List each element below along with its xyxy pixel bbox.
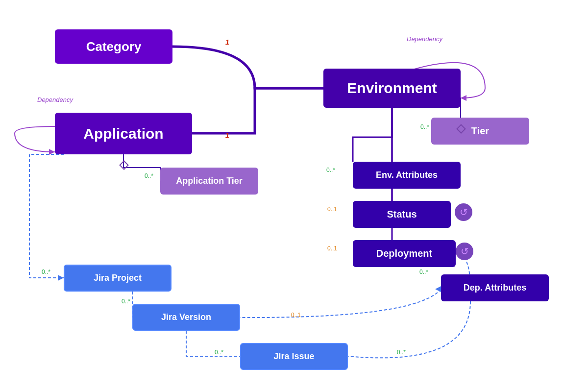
application-tier-node[interactable]: Application Tier [160, 168, 258, 195]
multiplicity-jira-project: 0..* [42, 269, 50, 275]
application-node[interactable]: Application [55, 113, 192, 154]
multiplicity-one-cat: 1 [225, 38, 229, 46]
dependency-label-env: Dependency [407, 35, 442, 43]
environment-label: Environment [347, 80, 437, 97]
dep-attributes-label: Dep. Attributes [464, 283, 526, 293]
category-label: Category [86, 39, 142, 54]
multiplicity-tier: 0..* [420, 123, 429, 130]
tier-label: Tier [471, 125, 489, 137]
multiplicity-jira-version-1: 0..* [122, 298, 130, 305]
multiplicity-env-attr: 0..* [326, 167, 335, 173]
jira-issue-label: Jira Issue [273, 351, 314, 362]
jira-issue-node[interactable]: Jira Issue [240, 343, 348, 370]
status-label: Status [387, 209, 416, 220]
deployment-history-icon[interactable]: ↺ [456, 243, 473, 260]
diamond-app-tier [119, 160, 129, 170]
status-node[interactable]: Status [353, 201, 451, 228]
deployment-label: Deployment [376, 248, 432, 259]
jira-version-label: Jira Version [161, 312, 211, 322]
status-history-icon[interactable]: ↺ [455, 203, 472, 221]
jira-project-label: Jira Project [94, 273, 142, 283]
jira-version-node[interactable]: Jira Version [132, 304, 240, 331]
category-node[interactable]: Category [55, 29, 172, 64]
multiplicity-deployment: 0..1 [327, 245, 337, 252]
jira-project-node[interactable]: Jira Project [64, 265, 172, 292]
application-label: Application [83, 125, 163, 142]
deployment-node[interactable]: Deployment [353, 240, 456, 267]
multiplicity-one-app: 1 [225, 131, 229, 139]
tier-node[interactable]: Tier [431, 118, 529, 145]
env-attributes-node[interactable]: Env. Attributes [353, 162, 461, 189]
dependency-label-app: Dependency [37, 96, 73, 103]
multiplicity-jira-issue-2: 0..* [397, 349, 406, 356]
multiplicity-status: 0..1 [327, 206, 337, 213]
multiplicity-jira-version-2: 0..1 [291, 312, 301, 318]
multiplicity-app-tier: 0..* [145, 172, 153, 179]
multiplicity-dep-attr: 0..* [419, 269, 428, 275]
diagram-container: Category Environment Application Tier Ap… [0, 0, 588, 392]
dep-attributes-node[interactable]: Dep. Attributes [441, 274, 549, 301]
application-tier-label: Application Tier [176, 176, 243, 186]
environment-node[interactable]: Environment [323, 69, 461, 108]
env-attributes-label: Env. Attributes [376, 170, 438, 180]
multiplicity-jira-issue-1: 0..* [215, 349, 223, 356]
